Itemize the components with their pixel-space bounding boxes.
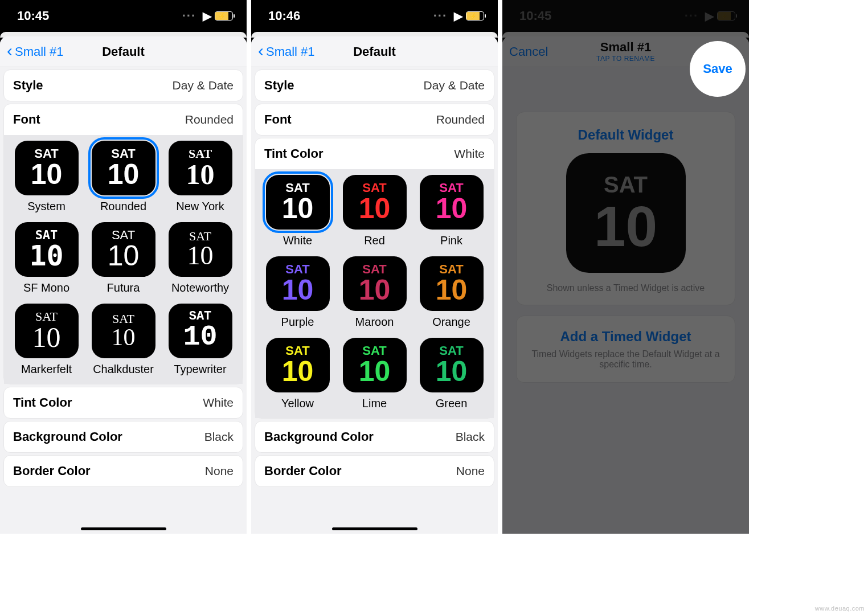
bg-section: Background Color Black: [3, 421, 243, 453]
tile-num: 10: [183, 323, 217, 351]
row-label: Background Color: [13, 429, 122, 444]
font-option-noteworthy[interactable]: SAT10Noteworthy: [163, 222, 237, 300]
nav-bar: Cancel Small #1 TAP TO RENAME Save: [502, 36, 749, 67]
tint-option-white[interactable]: SAT10White: [261, 175, 334, 253]
row-value: Black: [204, 430, 234, 444]
tint-row[interactable]: Tint Color White: [4, 387, 243, 418]
row-value: Black: [456, 430, 485, 444]
tint-tile: SAT10: [420, 338, 484, 392]
tile-label: Green: [436, 397, 468, 410]
tint-option-pink[interactable]: SAT10Pink: [415, 175, 488, 253]
content[interactable]: Style Day & Date Font Rounded SAT10Syste…: [0, 67, 247, 534]
tint-option-purple[interactable]: SAT10Purple: [261, 256, 334, 334]
nav-bar: ‹ Small #1 Default: [251, 36, 498, 67]
font-option-futura[interactable]: SAT10Futura: [87, 222, 160, 300]
battery-icon: ⚡: [717, 11, 735, 21]
widget-preview: SAT 10: [566, 153, 686, 273]
home-indicator[interactable]: [81, 527, 166, 530]
tint-option-maroon[interactable]: SAT10Maroon: [338, 256, 411, 334]
content[interactable]: Style Day & Date Font Rounded Tint Color…: [251, 67, 498, 534]
font-option-markerfelt[interactable]: SAT10Markerfelt: [10, 304, 83, 382]
tile-label: Chalkduster: [93, 363, 154, 376]
row-value: White: [454, 147, 485, 161]
font-option-typewriter[interactable]: SAT10Typewriter: [163, 304, 237, 382]
cancel-button[interactable]: Cancel: [509, 36, 548, 67]
default-widget-card[interactable]: Default Widget SAT 10 Shown unless a Tim…: [516, 112, 735, 305]
status-icons: ▶︎ ⚡: [685, 9, 735, 23]
wifi-icon: ▶︎: [705, 9, 714, 23]
tile-num: 10: [282, 194, 314, 223]
tile-label: New York: [176, 200, 224, 213]
timed-widget-card[interactable]: Add a Timed Widget Timed Widgets replace…: [516, 316, 735, 383]
card-caption: Shown unless a Timed Widget is active: [525, 283, 727, 293]
border-section: Border Color None: [3, 455, 243, 487]
cancel-label: Cancel: [509, 44, 548, 59]
font-tile: SAT10: [15, 304, 79, 358]
save-label: Save: [710, 44, 739, 59]
tint-option-yellow[interactable]: SAT10Yellow: [261, 338, 334, 416]
status-time: 10:45: [17, 9, 49, 23]
tint-tile: SAT10: [343, 256, 407, 311]
font-row[interactable]: Font Rounded: [255, 104, 494, 135]
tile-num: 10: [112, 325, 136, 349]
content[interactable]: Default Widget SAT 10 Shown unless a Tim…: [502, 67, 749, 534]
font-option-chalkduster[interactable]: SAT10Chalkduster: [87, 304, 160, 382]
tile-label: System: [27, 200, 65, 213]
tile-num: 10: [359, 194, 391, 223]
tile-num: 10: [32, 323, 61, 351]
font-section: Font Rounded: [255, 104, 494, 136]
nav-title: Small #1: [600, 40, 651, 54]
nav-title-rename[interactable]: Small #1 TAP TO RENAME: [596, 40, 655, 63]
style-row[interactable]: Style Day & Date: [4, 70, 243, 101]
status-icons: ▶︎ ⚡: [433, 9, 484, 23]
tint-option-red[interactable]: SAT10Red: [338, 175, 411, 253]
wifi-icon: ▶︎: [454, 9, 462, 23]
tint-tile: SAT10: [266, 175, 330, 230]
font-tile: SAT10: [15, 141, 79, 195]
row-value: White: [203, 396, 234, 410]
font-option-sf-mono[interactable]: SAT10SF Mono: [10, 222, 83, 300]
row-label: Tint Color: [264, 146, 323, 161]
border-section: Border Color None: [255, 455, 494, 487]
font-option-rounded[interactable]: SAT10Rounded: [87, 141, 160, 219]
chevron-left-icon: ‹: [258, 42, 264, 59]
font-row[interactable]: Font Rounded: [4, 104, 243, 135]
font-option-new-york[interactable]: SAT10New York: [163, 141, 237, 219]
watermark: www.deuaq.com: [815, 605, 865, 612]
style-row[interactable]: Style Day & Date: [255, 70, 494, 101]
sheet: Cancel Small #1 TAP TO RENAME Save Defau…: [502, 36, 749, 534]
border-row[interactable]: Border Color None: [255, 456, 494, 486]
font-option-system[interactable]: SAT10System: [10, 141, 83, 219]
status-bar: 10:45 ▶︎ ⚡: [502, 0, 749, 32]
tint-tile: SAT10: [266, 256, 330, 311]
tint-option-lime[interactable]: SAT10Lime: [338, 338, 411, 416]
tile-label: Rounded: [100, 200, 146, 213]
tile-label: Red: [364, 234, 385, 247]
sheet: ‹ Small #1 Default Style Day & Date Font…: [251, 36, 498, 534]
row-value: Day & Date: [424, 79, 485, 92]
cellular-icon: [433, 9, 451, 23]
row-label: Font: [264, 112, 292, 127]
tile-num: 10: [436, 194, 468, 223]
font-section: Font Rounded SAT10SystemSAT10RoundedSAT1…: [3, 104, 243, 384]
tile-label: White: [283, 234, 312, 247]
tint-option-green[interactable]: SAT10Green: [415, 338, 488, 416]
tint-tile: SAT10: [420, 256, 484, 311]
save-button[interactable]: Save: [710, 36, 739, 67]
bg-row[interactable]: Background Color Black: [4, 421, 243, 452]
tint-tile: SAT10: [266, 338, 330, 392]
font-tile: SAT10: [92, 141, 155, 195]
card-title: Default Widget: [525, 127, 727, 143]
row-label: Font: [13, 112, 40, 127]
back-button[interactable]: ‹ Small #1: [7, 36, 64, 67]
border-row[interactable]: Border Color None: [4, 456, 243, 486]
style-section: Style Day & Date: [255, 69, 494, 101]
tile-num: 10: [436, 276, 468, 304]
back-button[interactable]: ‹ Small #1: [258, 36, 315, 67]
bg-row[interactable]: Background Color Black: [255, 421, 494, 452]
row-label: Tint Color: [13, 395, 72, 410]
tint-option-orange[interactable]: SAT10Orange: [415, 256, 488, 334]
tint-row[interactable]: Tint Color White: [255, 138, 494, 169]
home-indicator[interactable]: [332, 527, 417, 530]
font-tile: SAT10: [169, 304, 232, 358]
